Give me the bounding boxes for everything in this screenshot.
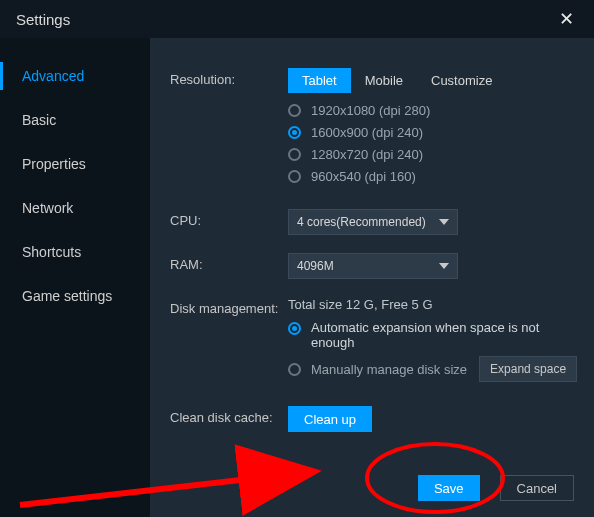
row-disk: Disk management: Total size 12 G, Free 5… [170,297,580,388]
sidebar-item-label: Basic [22,112,56,128]
row-ram: RAM: 4096M [170,253,580,279]
radio-icon [288,148,301,161]
chevron-down-icon [439,263,449,269]
select-value: 4096M [297,259,334,273]
close-icon[interactable]: ✕ [553,4,580,34]
sidebar: Advanced Basic Properties Network Shortc… [0,38,150,517]
resolution-tabs: Tablet Mobile Customize [288,68,506,93]
radio-icon [288,104,301,117]
sidebar-item-shortcuts[interactable]: Shortcuts [0,230,150,274]
resolution-option[interactable]: 1600x900 (dpi 240) [288,125,580,140]
option-text: 1920x1080 (dpi 280) [311,103,430,118]
disk-label: Disk management: [170,297,288,316]
ram-select[interactable]: 4096M [288,253,458,279]
disk-option-auto[interactable]: Automatic expansion when space is not en… [288,320,580,350]
sidebar-item-label: Advanced [22,68,84,84]
footer-buttons: Save Cancel [418,475,574,501]
sidebar-item-label: Shortcuts [22,244,81,260]
window-title: Settings [16,11,70,28]
sidebar-item-game-settings[interactable]: Game settings [0,274,150,318]
sidebar-item-properties[interactable]: Properties [0,142,150,186]
sidebar-item-advanced[interactable]: Advanced [0,54,150,98]
disk-info: Total size 12 G, Free 5 G [288,297,580,312]
select-value: 4 cores(Recommended) [297,215,426,229]
tab-mobile[interactable]: Mobile [351,68,417,93]
tab-tablet[interactable]: Tablet [288,68,351,93]
sidebar-item-label: Game settings [22,288,112,304]
option-text: 1280x720 (dpi 240) [311,147,423,162]
expand-space-button[interactable]: Expand space [479,356,577,382]
disk-option-manual[interactable]: Manually manage disk size Expand space [288,356,580,382]
row-cpu: CPU: 4 cores(Recommended) [170,209,580,235]
row-resolution: Resolution: Tablet Mobile Customize 1920… [170,68,580,191]
chevron-down-icon [439,219,449,225]
resolution-option[interactable]: 1280x720 (dpi 240) [288,147,580,162]
radio-icon [288,363,301,376]
settings-panel: Resolution: Tablet Mobile Customize 1920… [150,38,594,517]
sidebar-item-basic[interactable]: Basic [0,98,150,142]
cpu-label: CPU: [170,209,288,228]
tab-customize[interactable]: Customize [417,68,506,93]
resolution-options: 1920x1080 (dpi 280) 1600x900 (dpi 240) 1… [288,103,580,184]
ram-label: RAM: [170,253,288,272]
option-text: 960x540 (dpi 160) [311,169,416,184]
radio-icon [288,322,301,335]
resolution-option[interactable]: 1920x1080 (dpi 280) [288,103,580,118]
titlebar: Settings ✕ [0,0,594,38]
resolution-label: Resolution: [170,68,288,87]
clean-label: Clean disk cache: [170,406,288,425]
radio-icon [288,126,301,139]
cpu-select[interactable]: 4 cores(Recommended) [288,209,458,235]
option-text: Manually manage disk size [311,362,467,377]
option-text: 1600x900 (dpi 240) [311,125,423,140]
sidebar-item-label: Network [22,200,73,216]
resolution-option[interactable]: 960x540 (dpi 160) [288,169,580,184]
clean-up-button[interactable]: Clean up [288,406,372,432]
row-clean: Clean disk cache: Clean up [170,406,580,432]
cancel-button[interactable]: Cancel [500,475,574,501]
option-text: Automatic expansion when space is not en… [311,320,541,350]
save-button[interactable]: Save [418,475,480,501]
radio-icon [288,170,301,183]
sidebar-item-network[interactable]: Network [0,186,150,230]
sidebar-item-label: Properties [22,156,86,172]
